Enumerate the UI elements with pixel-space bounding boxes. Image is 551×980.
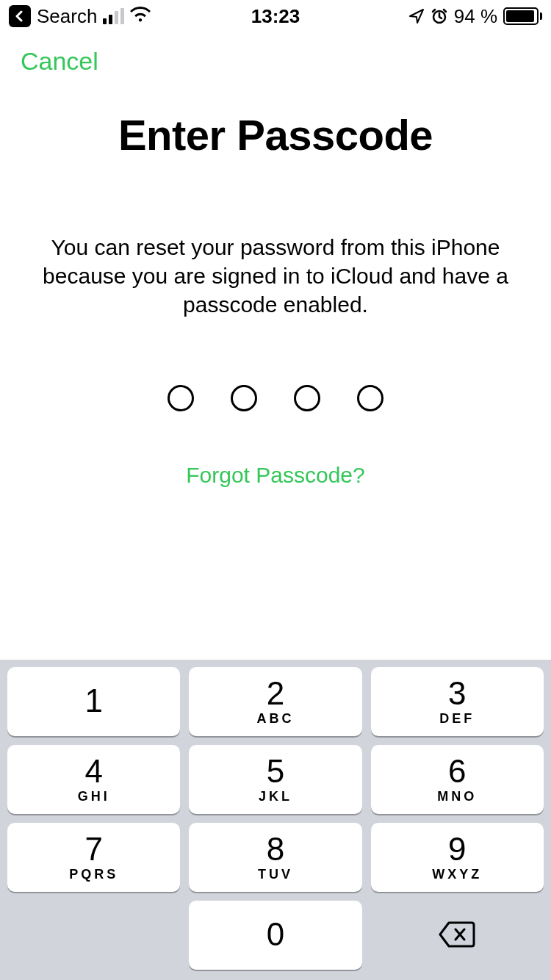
passcode-dot xyxy=(294,385,320,411)
keypad-empty xyxy=(7,901,180,970)
passcode-dot xyxy=(357,385,383,411)
keypad-key-3[interactable]: 3 DEF xyxy=(371,667,544,736)
page-title: Enter Passcode xyxy=(118,110,433,159)
key-letters: DEF xyxy=(439,711,475,727)
key-digit: 2 xyxy=(267,677,284,710)
main-content: Enter Passcode You can reset your passwo… xyxy=(0,90,551,660)
alarm-icon xyxy=(431,7,448,25)
key-digit: 0 xyxy=(267,918,284,951)
keypad-key-8[interactable]: 8 TUV xyxy=(189,823,361,892)
status-right: 94 % xyxy=(408,5,542,28)
numeric-keypad: 1 2 ABC 3 DEF 4 GHI 5 JKL 6 MNO 7 PQRS 8 xyxy=(0,660,551,980)
key-letters: JKL xyxy=(259,789,292,804)
key-letters: TUV xyxy=(258,867,293,882)
key-digit: 8 xyxy=(267,833,284,865)
key-digit: 1 xyxy=(84,685,102,717)
keypad-key-7[interactable]: 7 PQRS xyxy=(7,823,180,892)
key-digit: 3 xyxy=(448,677,466,710)
key-digit: 5 xyxy=(267,755,284,788)
key-letters: MNO xyxy=(437,789,477,804)
location-icon xyxy=(408,8,425,24)
key-digit: 9 xyxy=(448,833,466,865)
cancel-button[interactable]: Cancel xyxy=(21,47,98,76)
keypad-key-2[interactable]: 2 ABC xyxy=(189,667,361,736)
keypad-delete-button[interactable] xyxy=(371,901,544,970)
key-letters: PQRS xyxy=(69,867,118,882)
key-digit: 4 xyxy=(84,755,102,788)
keypad-key-5[interactable]: 5 JKL xyxy=(189,745,361,814)
status-bar: Search 13:23 94 % xyxy=(0,0,551,32)
cellular-signal-icon xyxy=(103,8,124,24)
passcode-dot xyxy=(231,385,257,411)
key-letters: GHI xyxy=(78,789,110,804)
forgot-passcode-button[interactable]: Forgot Passcode? xyxy=(186,463,364,488)
wifi-icon xyxy=(130,5,151,28)
keypad-key-9[interactable]: 9 WXYZ xyxy=(371,823,544,892)
passcode-dot xyxy=(168,385,194,411)
key-letters: WXYZ xyxy=(432,867,482,882)
status-left: Search xyxy=(9,5,151,28)
back-to-app-label[interactable]: Search xyxy=(37,5,97,28)
key-digit: 7 xyxy=(84,833,102,865)
nav-bar: Cancel xyxy=(0,32,551,90)
keypad-key-0[interactable]: 0 xyxy=(189,901,361,970)
battery-icon xyxy=(503,7,542,25)
battery-percent: 94 % xyxy=(454,5,497,28)
passcode-dots xyxy=(168,385,383,411)
keypad-key-1[interactable]: 1 xyxy=(7,667,180,736)
keypad-key-6[interactable]: 6 MNO xyxy=(371,745,544,814)
backspace-icon xyxy=(438,920,476,951)
description-text: You can reset your password from this iP… xyxy=(37,233,514,319)
back-to-app-icon[interactable] xyxy=(9,5,31,27)
key-digit: 6 xyxy=(448,755,466,788)
keypad-key-4[interactable]: 4 GHI xyxy=(7,745,180,814)
status-time: 13:23 xyxy=(251,5,300,28)
key-letters: ABC xyxy=(256,711,294,727)
